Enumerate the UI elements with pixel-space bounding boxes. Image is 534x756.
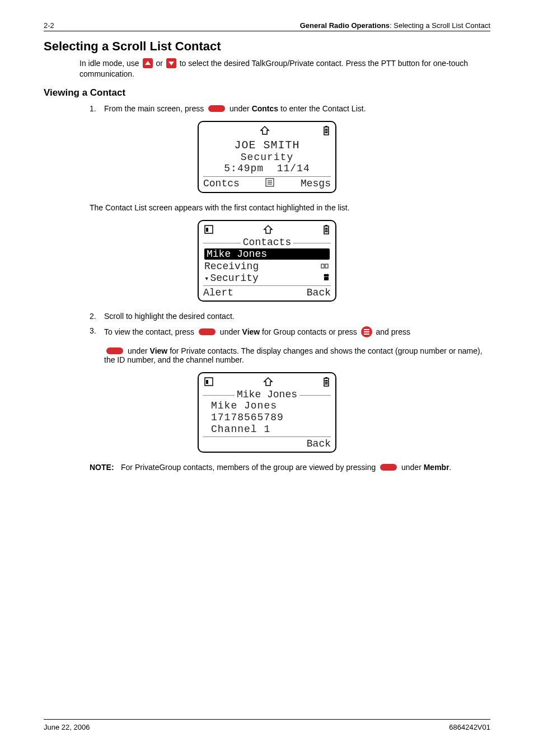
note-keyword: Membr [424,463,449,472]
spacer-icon [204,126,207,137]
note-text: For PrivateGroup contacts, members of th… [121,463,490,472]
menu-list-icon [265,178,274,190]
s3-view2: View [150,346,168,355]
lcd3-soft-right: Back [307,438,331,449]
lcd2-row3-text: Security [210,273,258,284]
svg-rect-2 [325,126,327,127]
lcd2-softkey-row: Alert Back [203,285,331,298]
svg-rect-22 [324,277,329,280]
s3-p1b: under [220,327,242,336]
svg-rect-29 [325,382,328,383]
rule-right [293,243,331,243]
step-1-post: to enter the Contact List. [280,104,366,113]
step-1-keyword: Contcs [252,104,278,113]
s3-p1d: and press [376,327,410,336]
step-1-mid: under [229,104,252,113]
home-icon [260,126,270,137]
section-heading: Selecting a Scroll List Contact [44,39,490,54]
softkey-icon [106,348,123,354]
svg-point-21 [326,274,329,277]
svg-rect-5 [325,132,327,133]
header-subsection: Selecting a Scroll List Contact [394,21,490,30]
rule-left [203,395,235,396]
lcd2-title: Contacts [243,237,291,248]
lcd2-title-row: Contacts [203,237,331,248]
running-header: 2-2 General Radio Operations: Selecting … [44,21,490,31]
lcd2-row3-left: ▾Security [204,273,259,284]
lcd2-row2-text: Receiving [204,261,259,272]
battery-icon [323,224,330,237]
softkey-icon [199,328,216,335]
step-1-text: From the main screen, press under Contcs… [104,104,490,113]
s3-p2a: under [128,346,150,355]
note-label: NOTE: [90,463,121,472]
scroll-down-indicator-icon: ▾ [204,274,209,283]
step-1-number: 1. [90,104,104,113]
note-mid: under [401,463,424,472]
lcd3-title-row: Mike Jones [203,389,331,400]
lcd-contacts-screen: Contacts Mike Jones Receiving ▾Security … [198,220,336,302]
step-3-text: To view the contact, press under View fo… [104,326,490,364]
contacts-app-icon [204,225,213,236]
lcd2-soft-right: Back [307,287,331,298]
down-arrow-icon [166,58,176,68]
lcd3-line2: 17178565789 [203,412,331,424]
header-section-bold: General Radio Operations [300,21,390,30]
softkey-icon [380,464,397,471]
lcd3-title: Mike Jones [237,389,297,400]
page-number: 2-2 [44,21,54,30]
lcd3-line1: Mike Jones [203,400,331,412]
svg-rect-11 [206,228,208,232]
s3-p1c: for Group contacts or press [262,327,359,336]
lcd2-statusbar [203,224,331,238]
svg-rect-4 [325,130,327,132]
step-3-number: 3. [90,326,104,364]
intro-mid: or [156,59,165,68]
lcd2-row1-highlighted: Mike Jones [204,248,330,260]
home-icon [263,377,273,388]
svg-rect-3 [325,129,327,130]
subsection-heading: Viewing a Contact [44,87,490,98]
lcd-contact-detail-screen: Mike Jones Mike Jones 17178565789 Channe… [198,372,336,453]
caption-1: The Contact List screen appears with the… [90,203,490,212]
lcd1-soft-right: Mesgs [301,178,331,190]
svg-marker-25 [264,378,272,386]
lcd3-soft-left [203,438,209,449]
svg-rect-24 [206,380,208,384]
home-icon [263,225,273,236]
rule-left [203,243,241,243]
lcd2-row2: Receiving [203,260,331,272]
svg-rect-16 [325,229,328,231]
contacts-app-icon [204,377,213,388]
step-1-pre: From the main screen, press [104,104,206,113]
s3-view1: View [242,327,260,336]
rule-right [299,395,331,396]
intro-pre: In idle mode, use [79,59,142,68]
header-right: General Radio Operations: Selecting a Sc… [300,21,490,30]
lcd1-datetime: 5:49pm 11/14 [203,163,331,175]
up-arrow-icon [143,58,153,68]
lcd1-softkey-row: Contcs Mesgs [203,176,331,190]
step-1: 1. From the main screen, press under Con… [90,104,490,113]
footer-docnum: 6864242V01 [449,723,490,731]
svg-rect-27 [325,377,327,378]
svg-marker-0 [261,126,269,134]
step-2-number: 2. [90,312,104,321]
svg-marker-12 [264,226,272,233]
lcd2-soft-left: Alert [203,287,233,298]
lcd1-group: Security [203,152,331,163]
step-3: 3. To view the contact, press under View… [90,326,490,364]
group-type-icon [323,272,330,284]
svg-rect-18 [321,264,324,268]
note-pre: For PrivateGroup contacts, members of th… [121,463,378,472]
lcd1-name: JOE SMITH [203,139,331,152]
svg-rect-30 [325,383,328,384]
footer-date: June 22, 2006 [44,723,90,731]
lcd1-statusbar [203,125,331,139]
lcd1-time: 5:49pm [224,163,264,174]
svg-rect-28 [325,380,328,381]
s3-p1a: To view the contact, press [104,327,196,336]
menu-button-icon [361,326,372,337]
note-post: . [449,463,452,472]
lcd2-row1-text: Mike Jones [207,248,267,260]
